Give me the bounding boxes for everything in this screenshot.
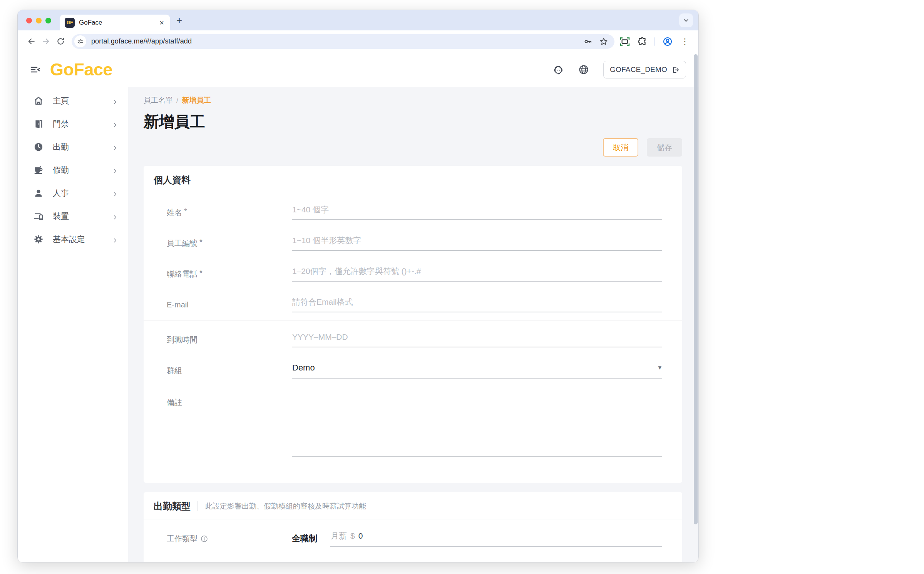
minimize-window-button[interactable] [36,18,42,23]
forward-button[interactable] [38,34,53,49]
sidebar-item-settings[interactable]: 基本設定 [18,228,128,251]
employee-id-input[interactable] [292,236,662,251]
collapse-menu-icon [30,65,41,75]
door-icon [33,119,44,129]
cancel-button[interactable]: 取消 [603,138,638,157]
email-label: E-mail [167,300,292,309]
browser-tab-strip: GF GoFace × + [18,10,698,30]
screenshot-canvas: GF GoFace × + porta [0,0,924,574]
chevron-right-icon [112,98,118,104]
work-type-value[interactable]: 全職制 [292,533,330,544]
save-button[interactable]: 儲存 [647,138,682,157]
chevron-right-icon [112,167,118,173]
sidebar-item-label: 裝置 [53,211,103,222]
form-row-name: 姓名 * [167,197,662,228]
chevron-right-icon [112,121,118,127]
language-button[interactable] [578,64,589,75]
form-row-start-date: 到職時間 [167,324,662,355]
sidebar-item-hr[interactable]: 人事 [18,182,128,205]
section-subtitle: 此設定影響出勤、假勤模組的審核及時薪試算功能 [205,501,366,511]
logout-icon [671,66,680,74]
personal-info-header: 個人資料 [144,166,682,193]
tab-title: GoFace [79,19,154,27]
page-title: 新增員工 [144,111,682,132]
sidebar-item-home[interactable]: 主頁 [18,89,128,112]
sidebar-item-label: 基本設定 [53,234,103,245]
omnibox-actions [583,37,608,46]
group-select[interactable]: Demo ▾ [292,363,662,379]
attendance-type-card: 出勤類型 此設定影響出勤、假勤模組的審核及時薪試算功能 工作類型 [144,492,682,562]
vertical-divider [198,501,198,511]
devices-icon [33,211,44,222]
coffee-cup-icon [33,165,44,175]
email-input[interactable] [292,297,662,312]
required-mark: * [199,269,203,277]
sidebar-item-label: 主頁 [53,95,103,106]
browser-menu-button[interactable]: ⋮ [679,36,691,47]
breadcrumb-staff-list-link[interactable]: 員工名單 [144,95,173,105]
browser-tab[interactable]: GF GoFace × [60,15,170,30]
site-settings-icon [77,38,84,45]
bookmark-star-icon[interactable] [599,37,608,46]
site-info-button[interactable] [74,35,86,47]
address-bar[interactable]: portal.goface.me/#/app/staff/add [72,34,614,49]
attendance-type-header: 出勤類型 此設定影響出勤、假勤模組的審核及時薪試算功能 [144,492,682,519]
back-arrow-icon [27,37,36,46]
sidebar-item-label: 門禁 [53,118,103,129]
sidebar-item-attendance[interactable]: 出勤 [18,135,128,159]
account-name: GOFACE_DEMO [610,65,667,74]
sidebar-item-leave[interactable]: 假勤 [18,159,128,182]
account-logout-button[interactable]: GOFACE_DEMO [603,61,686,78]
section-title: 個人資料 [154,174,191,186]
note-textarea[interactable] [292,394,662,457]
support-button[interactable] [552,64,564,75]
reload-icon [56,37,65,46]
browser-toolbar: portal.goface.me/#/app/staff/add ⋮ [18,30,698,52]
page-scrollbar[interactable] [694,54,698,524]
info-icon[interactable] [200,535,208,543]
form-row-group: 群組 Demo ▾ [167,355,662,386]
screen-capture-extension-button[interactable] [619,36,631,47]
sidebar-item-access-control[interactable]: 門禁 [18,112,128,135]
monthly-salary-input[interactable]: 月薪 $ 0 [330,531,662,547]
tab-search-chevron-button[interactable] [679,13,693,27]
form-row-email: E-mail [167,289,662,320]
work-type-label: 工作類型 [167,534,292,544]
profile-button[interactable] [662,36,673,47]
app-header: GoFace GOFACE_DEMO [18,52,698,87]
phone-input[interactable] [292,267,662,282]
name-label: 姓名 * [167,207,292,218]
maximize-window-button[interactable] [45,18,51,23]
close-window-button[interactable] [26,18,32,23]
sidebar-item-devices[interactable]: 裝置 [18,205,128,228]
form-row-role: 角色 員工 ▾ [167,554,662,562]
password-key-icon[interactable] [583,37,593,46]
home-icon [33,96,44,106]
salary-label: 月薪 [331,531,347,541]
url-text: portal.goface.me/#/app/staff/add [91,37,192,45]
sidebar-item-label: 人事 [53,188,103,199]
extensions-button[interactable] [636,36,648,47]
required-mark: * [184,207,187,216]
chevron-right-icon [112,144,118,150]
sidebar-collapse-button[interactable] [29,63,42,76]
start-date-input[interactable] [292,332,662,347]
form-row-phone: 聯絡電話 * [167,259,662,289]
name-input[interactable] [292,205,662,220]
capture-icon [620,37,630,47]
new-tab-button[interactable]: + [176,15,182,26]
personal-info-rows-2: 到職時間 群組 Demo [144,320,682,483]
back-button[interactable] [24,34,38,49]
tab-close-icon[interactable]: × [158,19,166,27]
employee-id-label: 員工編號 * [167,238,292,249]
form-row-note: 備註 [167,386,662,467]
globe-icon [578,64,589,75]
browser-window: GF GoFace × + porta [17,10,699,562]
role-select[interactable]: 員工 ▾ [292,561,662,562]
chevron-down-icon [682,17,690,24]
group-label: 群組 [167,365,292,376]
reload-button[interactable] [53,34,68,49]
sidebar-item-label: 出勤 [53,142,103,152]
personal-info-rows: 姓名 * 員工編號 * [144,193,682,320]
puzzle-icon [637,37,647,47]
